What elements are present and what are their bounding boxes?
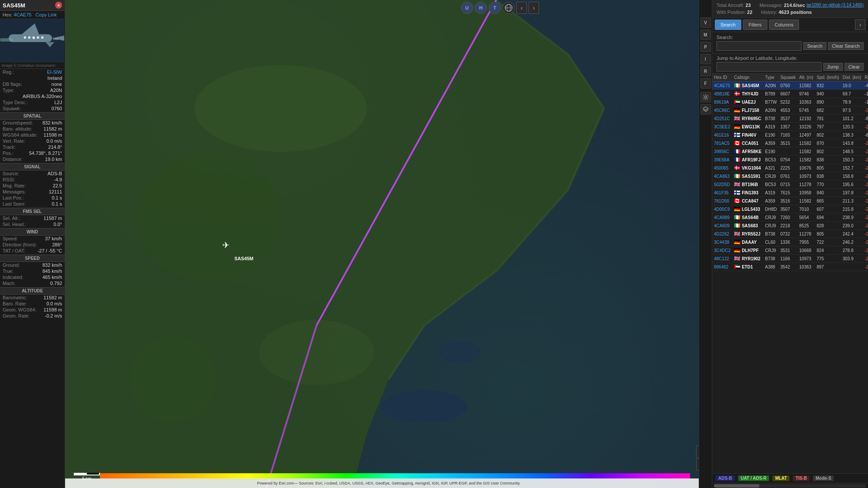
type-cell: BC53 [763, 180, 779, 189]
aircraft-table-container[interactable]: Hex ID Callsign Type Squawk Alt. (m) Spd… [712, 74, 868, 473]
type-cell: B738 [763, 115, 779, 123]
t-button[interactable]: T [489, 2, 501, 14]
flag-callsign-cell: 🇩🇪 DAAAY [732, 238, 763, 246]
sidebar-m-button[interactable]: M [700, 29, 711, 40]
col-hex[interactable]: Hex ID [712, 74, 732, 82]
spd-cell: 805 [815, 230, 841, 238]
badge-modes[interactable]: Mode-S [813, 475, 834, 481]
table-row[interactable]: 89619A 🇦🇪 UAE2J B77W 5232 10363 890 78.9… [712, 98, 868, 106]
h-scrollbar[interactable] [714, 484, 866, 488]
callsign-cell: DAAAY [742, 240, 757, 245]
sidebar-f-button[interactable]: F [700, 78, 711, 88]
reg-link[interactable]: EI-SIW [47, 69, 62, 75]
col-dist[interactable]: Dist. (km) [841, 74, 863, 82]
table-row[interactable]: 4CA863 🇮🇪 SAS1591 CRJ9 0761 10973 838 15… [712, 172, 868, 180]
sidebar-i-button[interactable]: I [700, 54, 711, 64]
clear-jump-button[interactable]: Clear [845, 63, 864, 71]
flag: 🇦🇪 [734, 264, 740, 270]
spd-cell: 802 [815, 147, 841, 156]
col-alt[interactable]: Alt. (m) [798, 74, 815, 82]
clear-search-button[interactable]: Clear Search [828, 42, 864, 50]
map-area[interactable]: ✈ SAS45M U H T ‹ › + − 5 km Powered by E… [65, 0, 712, 488]
flag: 🇩🇪 [734, 107, 740, 113]
table-row[interactable]: 4BB18E 🇩🇰 THY4JD B789 6607 9746 940 69.7… [712, 90, 868, 98]
h-scrollbar-thumb[interactable] [714, 484, 760, 488]
alt-cell: 5654 [798, 213, 815, 222]
tab-columns[interactable]: Columns [769, 20, 799, 30]
next-button[interactable]: › [529, 2, 539, 14]
type-cell: E190 [763, 131, 779, 139]
table-row[interactable]: 896462 🇦🇪 ETD1 A388 3542 10363 897 -28.1 [712, 263, 868, 271]
spd-cell: 838 [815, 156, 841, 164]
squawk-cell: 3515 [779, 139, 798, 147]
search-button[interactable]: Search [803, 42, 826, 50]
tab-filters[interactable]: Filters [743, 20, 767, 30]
layer-button[interactable] [700, 104, 711, 115]
flag: 🇦🇪 [734, 99, 740, 105]
messages-stat: Messages: 214.6/sec [760, 3, 805, 8]
globe-button[interactable] [503, 2, 515, 14]
table-row[interactable]: 461F35 🇫🇮 FIN1393 A319 7615 10958 840 19… [712, 189, 868, 197]
jump-button[interactable]: Jump [823, 63, 843, 71]
svg-rect-7 [28, 36, 30, 39]
sidebar-v-button[interactable]: V [700, 17, 711, 28]
collapse-button[interactable]: › [855, 20, 865, 30]
table-row[interactable]: 48C122 🇬🇧 RYR1902 B738 1166 10973 775 30… [712, 255, 868, 263]
alt-cell: 12192 [798, 115, 815, 123]
badge-adsb[interactable]: ADS-B [716, 475, 735, 481]
badge-tisb[interactable]: TIS-B [793, 475, 809, 481]
table-body: 4CAE75 🇮🇪 SAS45M A20N 0760 11582 832 19.… [712, 82, 868, 271]
flag: 🇨🇦 [734, 198, 740, 204]
prev-button[interactable]: ‹ [516, 2, 527, 14]
col-spd[interactable]: Spd. (km/h) [815, 74, 841, 82]
search-input[interactable] [717, 41, 802, 51]
table-row[interactable]: 4CA609 🇮🇪 SAS683 CRJ9 2218 8525 828 239.… [712, 222, 868, 230]
badge-mlat[interactable]: MLAT [773, 475, 789, 481]
hex-cell: 4CA863 [712, 172, 732, 180]
type-cell: CRJ9 [763, 222, 779, 230]
table-row[interactable]: 45C86C 🇩🇪 FLJ7158 A20N 4553 5745 682 97.… [712, 106, 868, 115]
table-row[interactable]: 461E16 🇫🇮 FIN46V E190 7165 12497 802 138… [712, 131, 868, 139]
table-row[interactable]: 4CA889 🇮🇪 SAS64B CRJ9 7260 5654 694 238.… [712, 213, 868, 222]
dist-cell: 138.3 [841, 131, 863, 139]
table-row[interactable]: 3C5EE2 🇩🇪 EWG13K A319 1357 10226 797 120… [712, 123, 868, 131]
table-row[interactable]: 39856C 🇫🇷 AFR58KE E190 11582 802 148.5 -… [712, 147, 868, 156]
col-squawk[interactable]: Squawk [779, 74, 798, 82]
sidebar-p-button[interactable]: P [700, 42, 711, 52]
table-row[interactable]: 3C4439 🇩🇪 DAAAY CL60 1336 7955 722 246.2… [712, 238, 868, 246]
svg-point-17 [381, 390, 467, 423]
github-link[interactable]: tar1090 on github (3.14.1466) [806, 3, 864, 7]
copy-link[interactable]: Copy Link [36, 12, 57, 17]
table-row[interactable]: 4D251C 🇬🇧 RYR695C B738 3537 12192 791 10… [712, 115, 868, 123]
dist-cell: 69.7 [841, 90, 863, 98]
sidebar-r-button[interactable]: R [700, 66, 711, 76]
rssi-cell: -26.5 [863, 123, 868, 131]
col-callsign[interactable]: Callsign [732, 74, 763, 82]
table-row[interactable]: 3C4DC2 🇩🇪 DLH7PF CRJ9 3531 10668 824 278… [712, 246, 868, 255]
type-cell: B77W [763, 98, 779, 106]
col-rssi[interactable]: RSSI [863, 74, 868, 82]
tab-search[interactable]: Search [715, 20, 741, 30]
callsign-cell: AFR58KE [742, 149, 762, 154]
h-button[interactable]: H [475, 2, 487, 14]
typedesc-row: AIRBUS A-320neo [0, 93, 65, 99]
table-row[interactable]: 450065 🇩🇰 VKG1064 A321 2225 10676 805 15… [712, 164, 868, 172]
col-type[interactable]: Type [763, 74, 779, 82]
spd-cell: 870 [815, 139, 841, 147]
alt-cell: 10973 [798, 255, 815, 263]
scrollbar-row[interactable] [712, 483, 868, 488]
table-row[interactable]: 4CAE75 🇮🇪 SAS45M A20N 0760 11582 832 19.… [712, 82, 868, 90]
table-row[interactable]: 4D00C9 🇩🇪 LGL5433 DH8D 3507 7010 607 215… [712, 205, 868, 213]
table-row[interactable]: 4D2262 🇬🇧 RYR552J B738 0732 11278 805 24… [712, 230, 868, 238]
table-row[interactable]: 781D50 🇨🇦 CCA847 A359 3516 11582 865 211… [712, 197, 868, 205]
table-row[interactable]: 39E68A 🇫🇷 AFR19FJ BC53 0754 11582 838 15… [712, 156, 868, 164]
u-button[interactable]: U [461, 2, 473, 14]
settings-button[interactable] [700, 92, 711, 102]
badge-uat[interactable]: UAT / ADS-R [738, 475, 769, 481]
table-row[interactable]: 781AC5 🇨🇦 CCA051 A359 3515 11582 870 143… [712, 139, 868, 147]
alt-cell: 11582 [798, 156, 815, 164]
table-row[interactable]: 502D5D 🇬🇧 BT196B BC53 0715 11278 770 195… [712, 180, 868, 189]
close-button[interactable]: ✕ [55, 2, 62, 9]
jump-input[interactable] [717, 62, 822, 72]
hex-cell: 4D251C [712, 115, 732, 123]
